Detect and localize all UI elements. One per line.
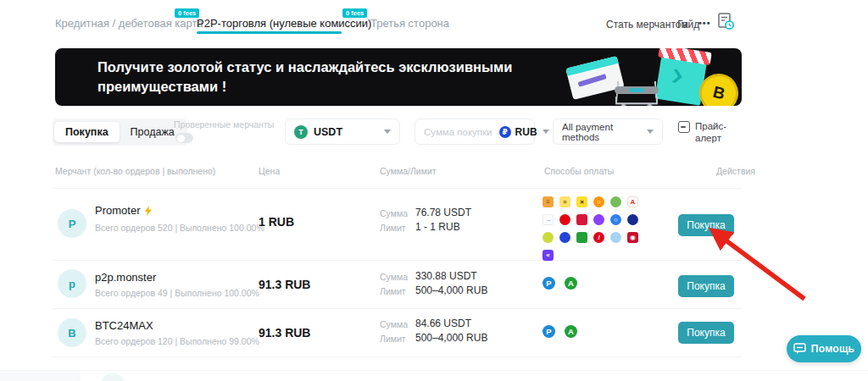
price-alert-icon <box>678 121 690 133</box>
verified-merchants-toggle[interactable] <box>175 133 193 143</box>
merchant-avatar[interactable]: P <box>58 209 86 238</box>
tab-p2p-trading[interactable]: P2P-торговля (нулевые комиссии) <box>197 17 371 30</box>
price-alert-button[interactable]: Прайс-алерт <box>678 120 734 144</box>
payment-method-icon <box>559 214 570 225</box>
payment-method-icon <box>559 232 570 243</box>
help-label: Помощь <box>811 343 854 355</box>
page-margin <box>0 371 81 381</box>
chevron-down-icon <box>647 130 654 134</box>
buy-sell-segmented-control: Покупка Продажа <box>53 119 187 146</box>
payment-methods-list: PA <box>542 277 577 290</box>
p2p-trading-page: Кредитная / дебетовая карта 0 fees P2P-т… <box>0 0 868 381</box>
offer-row: P Promoter Всего ордеров 520 | Выполнено… <box>53 188 742 261</box>
payment-method-icon: ◉ <box>627 232 638 243</box>
offer-price: 91.3 RUB <box>259 326 310 340</box>
offer-row: p p2p.monster Всего ордеров 49 | Выполне… <box>53 259 742 309</box>
column-header-actions: Действия <box>716 166 755 176</box>
amount-placeholder: Сумма покупки <box>424 127 492 137</box>
column-header-merchant: Мерчант (кол-во ордеров | выполнено) <box>55 166 215 176</box>
asset-select-value: USDT <box>314 126 342 138</box>
merchant-name[interactable]: Promoter <box>95 204 153 217</box>
merchant-stats: Всего ордеров 49 | Выполнено 100.00% <box>95 288 259 298</box>
order-history-icon[interactable] <box>716 12 735 34</box>
zero-fees-badge: 0 fees <box>175 8 199 18</box>
offer-row: B BTC24MAX Всего ордеров 120 | Выполнено… <box>53 308 742 357</box>
merchant-avatar[interactable]: p <box>58 269 86 298</box>
payment-method-icon <box>610 196 621 207</box>
limit-value: 500–4,000 RUB <box>415 284 487 296</box>
buy-button[interactable]: Покупка <box>678 214 734 236</box>
buy-button[interactable]: Покупка <box>678 275 734 297</box>
payment-method-icon <box>542 232 554 243</box>
verified-merchants-label: Проверенные мерчанты <box>174 119 292 130</box>
limit-label: Лимит <box>380 223 406 233</box>
merchant-name[interactable]: p2p.monster <box>95 271 156 284</box>
guide-link[interactable]: Гайд <box>677 19 699 30</box>
active-tab-underline <box>197 31 342 34</box>
merchant-name[interactable]: BTC24MAX <box>95 319 153 332</box>
payment-methods-list: PA <box>542 325 577 338</box>
payment-method-icon: / <box>593 232 604 243</box>
merchant-avatar[interactable]: B <box>58 318 86 347</box>
cart-handle-graphic <box>615 86 659 94</box>
payment-method-icon: A <box>565 325 577 338</box>
payment-method-icon: × <box>576 196 587 207</box>
limit-label: Лимит <box>380 286 406 296</box>
payment-method-icon: → <box>542 214 554 225</box>
zero-fees-badge: 0 fees <box>342 8 367 18</box>
ruble-coin-icon: ₽ <box>499 126 511 138</box>
amount-value: 76.78 USDT <box>415 207 471 218</box>
payment-method-icon: P <box>542 325 555 338</box>
merchant-stats: Всего ордеров 120 | Выполнено 99.00% <box>95 336 259 346</box>
payment-method-select[interactable]: All payment methods <box>553 119 663 145</box>
chevron-down-icon <box>542 130 549 134</box>
offer-price: 1 RUB <box>259 215 294 229</box>
column-header-payments: Способы оплаты <box>544 166 614 176</box>
limit-value: 500–4,000 RUB <box>415 332 487 344</box>
chevron-down-icon <box>384 130 391 134</box>
payment-method-icon <box>593 214 604 225</box>
tab-credit-debit-card[interactable]: Кредитная / дебетовая карта <box>55 17 203 30</box>
payment-method-icon <box>576 214 587 225</box>
amount-value: 84.66 USDT <box>415 318 471 329</box>
merchant-stats: Всего ордеров 520 | Выполнено 100.00% <box>95 223 264 233</box>
become-merchant-link[interactable]: Стать мерчантом <box>606 19 688 30</box>
tab-third-party[interactable]: Третья сторона <box>370 17 449 30</box>
page-fold-divider <box>0 370 868 381</box>
banner-illustration: B <box>564 48 742 106</box>
help-button[interactable]: Помощь <box>787 335 861 362</box>
payment-method-icon <box>576 232 587 243</box>
buy-button[interactable]: Покупка <box>678 322 734 344</box>
payment-method-icon: ○ <box>610 214 621 225</box>
amount-label: Сумма <box>380 272 408 282</box>
fiat-currency-value: RUB <box>515 126 537 138</box>
column-header-amount-limit: Сумма/Лимит <box>380 166 437 176</box>
buy-tab[interactable]: Покупка <box>54 122 120 142</box>
chat-icon <box>793 343 806 355</box>
payment-method-icon: ○ <box>593 196 604 207</box>
payment-methods-list: ≡¤×○A→○/◉« <box>542 196 646 261</box>
payment-method-icon: A <box>627 196 638 207</box>
more-menu-icon[interactable]: ••• <box>698 18 711 28</box>
limit-value: 1 - 1 RUB <box>415 221 460 233</box>
asset-select[interactable]: T USDT <box>285 119 400 145</box>
amount-label: Сумма <box>380 319 408 329</box>
price-alert-label: Прайс-алерт <box>695 120 734 144</box>
usdt-coin-icon: T <box>294 125 308 139</box>
lightning-icon <box>144 206 153 216</box>
payment-method-icon <box>627 214 638 225</box>
gold-status-banner[interactable]: Получите золотой статус и наслаждайтесь … <box>55 48 742 106</box>
amount-label: Сумма <box>380 208 408 218</box>
payment-method-icon: ≡ <box>542 196 554 207</box>
payment-method-value: All payment methods <box>562 122 647 142</box>
payment-method-icon: P <box>542 277 555 290</box>
limit-label: Лимит <box>380 334 406 344</box>
amount-value: 330.88 USDT <box>415 270 477 282</box>
banner-title: Получите золотой статус и наслаждайтесь … <box>97 58 512 97</box>
amount-input[interactable]: Сумма покупки ₽ RUB <box>415 119 535 145</box>
payment-method-icon <box>610 232 621 243</box>
payment-method-icon: ¤ <box>559 196 570 207</box>
payment-method-icon: A <box>565 277 577 290</box>
offer-price: 91.3 RUB <box>259 278 310 291</box>
column-header-price: Цена <box>259 166 280 176</box>
